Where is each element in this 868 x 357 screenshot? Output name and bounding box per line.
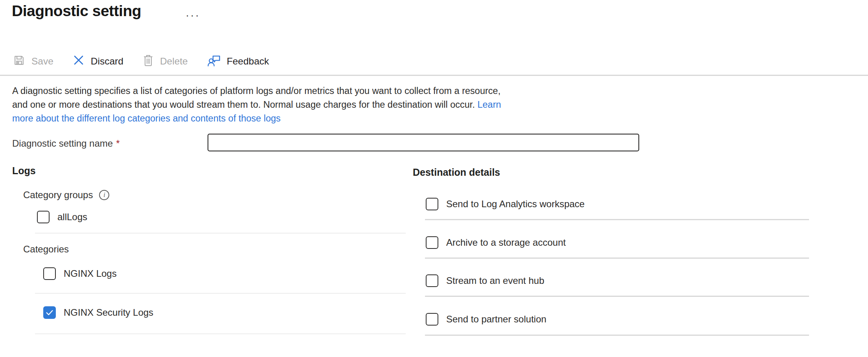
- feedback-person-icon: [207, 53, 221, 69]
- alllogs-label[interactable]: allLogs: [57, 212, 87, 223]
- logs-heading: Logs: [12, 165, 36, 177]
- divider: [425, 296, 809, 297]
- category-groups-label: Category groups i: [23, 190, 109, 201]
- discard-button[interactable]: Discard: [72, 54, 123, 69]
- nginx-security-logs-checkbox[interactable]: [43, 306, 56, 319]
- feedback-button[interactable]: Feedback: [207, 53, 269, 69]
- storage-account-label[interactable]: Archive to a storage account: [446, 237, 566, 248]
- more-options-button[interactable]: ···: [183, 9, 202, 21]
- save-icon: [13, 54, 26, 69]
- nginx-logs-label[interactable]: NGINX Logs: [64, 268, 117, 279]
- event-hub-label[interactable]: Stream to an event hub: [446, 275, 544, 286]
- checkbox-row-storage-account: Archive to a storage account: [426, 236, 566, 249]
- command-bar: Save Discard Delete Fee: [13, 51, 288, 72]
- diagnostic-setting-name-input[interactable]: [208, 134, 639, 151]
- discard-label: Discard: [91, 56, 123, 67]
- description-text: A diagnostic setting specifies a list of…: [12, 84, 501, 125]
- learn-more-link[interactable]: Learn: [477, 99, 501, 110]
- checkbox-row-event-hub: Stream to an event hub: [426, 274, 544, 287]
- partner-solution-label[interactable]: Send to partner solution: [446, 314, 546, 325]
- save-button[interactable]: Save: [13, 54, 53, 69]
- checkbox-row-alllogs: allLogs: [37, 211, 87, 223]
- checkbox-row-nginx-logs: NGINX Logs: [43, 267, 117, 280]
- trash-icon: [142, 54, 154, 69]
- feedback-label: Feedback: [227, 56, 269, 67]
- required-asterisk: *: [116, 138, 120, 149]
- delete-button[interactable]: Delete: [142, 54, 188, 69]
- storage-account-checkbox[interactable]: [426, 236, 438, 249]
- description-line2: and one or more destinations that you wo…: [12, 99, 477, 110]
- discard-x-icon: [72, 54, 85, 69]
- checkbox-row-nginx-security-logs: NGINX Security Logs: [43, 306, 153, 319]
- nginx-logs-checkbox[interactable]: [43, 267, 56, 280]
- divider: [35, 293, 406, 294]
- divider: [35, 233, 406, 234]
- divider: [425, 335, 809, 336]
- log-analytics-checkbox[interactable]: [426, 198, 438, 210]
- learn-more-link[interactable]: more about the different log categories …: [12, 113, 281, 123]
- checkbox-row-log-analytics: Send to Log Analytics workspace: [426, 198, 585, 210]
- nginx-security-logs-label[interactable]: NGINX Security Logs: [64, 307, 153, 318]
- categories-label: Categories: [23, 244, 69, 255]
- info-icon[interactable]: i: [99, 190, 109, 200]
- event-hub-checkbox[interactable]: [426, 274, 438, 287]
- diagnostic-setting-name-label: Diagnostic setting name*: [12, 138, 120, 149]
- checkbox-row-partner-solution: Send to partner solution: [426, 313, 546, 326]
- log-analytics-label[interactable]: Send to Log Analytics workspace: [446, 199, 585, 210]
- toolbar-divider: [0, 75, 868, 76]
- description-line1: A diagnostic setting specifies a list of…: [12, 86, 500, 96]
- divider: [425, 219, 809, 220]
- page-title: Diagnostic setting: [12, 2, 141, 20]
- partner-solution-checkbox[interactable]: [426, 313, 438, 326]
- destination-details-heading: Destination details: [413, 167, 500, 178]
- alllogs-checkbox[interactable]: [37, 211, 50, 223]
- divider: [425, 258, 809, 259]
- save-label: Save: [31, 56, 53, 67]
- divider: [35, 333, 406, 334]
- delete-label: Delete: [160, 56, 188, 67]
